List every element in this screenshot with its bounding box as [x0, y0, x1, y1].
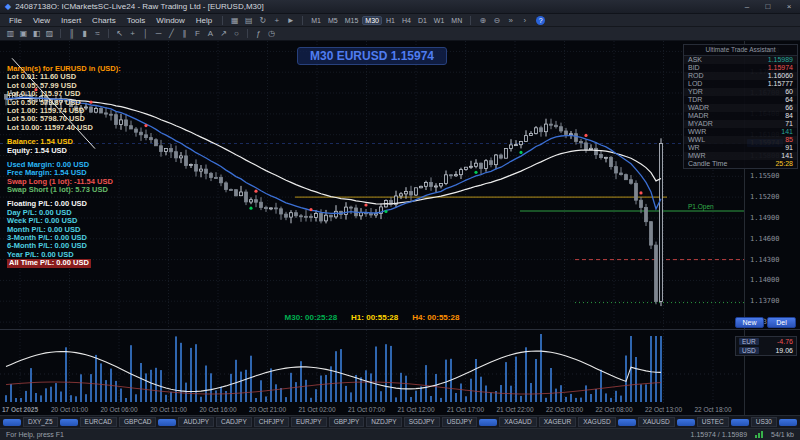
restore-button[interactable]: □: [762, 2, 774, 11]
vertical-line-icon[interactable]: │: [139, 29, 152, 38]
cursor-icon[interactable]: ↖: [113, 29, 126, 38]
tabbar-scroll-segment[interactable]: [3, 419, 21, 426]
margin-panel: Margin(s) for EURUSD in (USD):Lot 0.01: …: [7, 65, 121, 268]
chart-tab-xauusd[interactable]: XAUUSD: [638, 417, 675, 427]
menu-bar: File View Insert Charts Tools Window Hel…: [0, 14, 800, 27]
auto-scroll-icon[interactable]: »: [504, 16, 517, 25]
chart-tab-chfjpy[interactable]: CHFJPY: [254, 417, 289, 427]
time-axis[interactable]: 17 Oct 202520 Oct 01:0020 Oct 06:0020 Oc…: [0, 405, 744, 415]
tabbar-scroll-segment[interactable]: [479, 419, 497, 426]
chart-area: P1.Open M30 EURUSD 1.15974 Margin(s) for…: [0, 41, 800, 415]
menu-help[interactable]: Help: [191, 16, 217, 25]
period-h4[interactable]: H4: [399, 16, 414, 25]
period-m15[interactable]: M15: [342, 16, 362, 25]
tabbar-scroll-segment[interactable]: [779, 419, 797, 426]
time-label: 21 Oct 12:00: [397, 406, 434, 413]
status-traffic: 54/1 kb: [771, 431, 794, 438]
uta-row: YDR60: [684, 88, 797, 96]
chart-tab-gbpcad[interactable]: GBPCAD: [119, 417, 156, 427]
period-m5[interactable]: M5: [325, 16, 341, 25]
new-order-icon[interactable]: +: [270, 16, 283, 25]
chart-tab-xageur[interactable]: XAGEUR: [539, 417, 576, 427]
data-window-icon[interactable]: ▣: [17, 29, 30, 38]
fibonacci-icon[interactable]: F: [191, 29, 204, 38]
shapes-tool-icon[interactable]: ○: [230, 29, 243, 38]
candles-chart-icon[interactable]: ▮: [78, 29, 91, 38]
period-h1[interactable]: H1: [383, 16, 398, 25]
period-d1[interactable]: D1: [415, 16, 430, 25]
tabbar-scroll-segment[interactable]: [618, 419, 636, 426]
channel-icon[interactable]: ∥: [178, 29, 191, 38]
arrows-tool-icon[interactable]: ↗: [217, 29, 230, 38]
uta-row: MADR84: [684, 112, 797, 120]
text-tool-icon[interactable]: A: [204, 29, 217, 38]
new-chart-icon[interactable]: ▦: [228, 16, 241, 25]
margin-line: Swap Short (1 lot): 5.73 USD: [7, 186, 121, 194]
alarm-icon[interactable]: ◷: [265, 29, 278, 38]
tabbar-scroll-segment[interactable]: [158, 419, 176, 426]
chart-tab-cadjpy[interactable]: CADJPY: [216, 417, 252, 427]
refresh-icon[interactable]: ↻: [256, 16, 269, 25]
chart-tab-usdjpy[interactable]: USDJPY: [442, 417, 478, 427]
line-chart-icon[interactable]: ≈: [91, 29, 104, 38]
menu-file[interactable]: File: [4, 16, 27, 25]
price-tick-label: 1.15200: [750, 193, 780, 201]
period-m30[interactable]: M30: [362, 16, 382, 25]
indicators-icon[interactable]: ƒ: [252, 29, 265, 38]
delete-order-button[interactable]: Del: [767, 317, 796, 328]
uta-row: WWR141: [684, 128, 797, 136]
uta-row: MWR141: [684, 152, 797, 160]
bars-chart-icon[interactable]: ║: [65, 29, 78, 38]
status-help-text: For Help, press F1: [6, 431, 64, 438]
chart-tab-xagusd[interactable]: XAGUSD: [578, 417, 615, 427]
trendline-icon[interactable]: ╱: [165, 29, 178, 38]
zoom-out-icon[interactable]: ⊖: [490, 16, 503, 25]
chart-tab-eurcad[interactable]: EURCAD: [80, 417, 117, 427]
title-bar: ◆ 24087138O: ICMarketsSC-Live24 - Raw Tr…: [0, 0, 800, 14]
navigator-icon[interactable]: ◧: [30, 29, 43, 38]
status-quote: 1.15974 / 1.15989: [691, 431, 747, 438]
toolbar-separator: [302, 16, 303, 25]
menu-window[interactable]: Window: [151, 16, 189, 25]
toolbar-separator: [470, 16, 471, 25]
toolbar-separator: [222, 16, 223, 25]
period-w1[interactable]: W1: [431, 16, 448, 25]
minimize-button[interactable]: –: [741, 2, 753, 11]
menu-insert[interactable]: Insert: [56, 16, 86, 25]
chart-tab-eurjpy[interactable]: EURJPY: [291, 417, 327, 427]
chart-tab-xagaud[interactable]: XAGAUD: [499, 417, 536, 427]
period-mn[interactable]: MN: [448, 16, 465, 25]
time-label: 17 Oct 2025: [2, 406, 38, 413]
chart-tab-audjpy[interactable]: AUDJPY: [178, 417, 214, 427]
close-button[interactable]: ×: [783, 2, 795, 11]
chart-shift-icon[interactable]: ›: [518, 16, 531, 25]
time-label: 20 Oct 01:00: [51, 406, 88, 413]
chart-tab-gbpjpy[interactable]: GBPJPY: [329, 417, 365, 427]
time-label: 21 Oct 22:00: [496, 406, 533, 413]
menu-tools[interactable]: Tools: [122, 16, 151, 25]
chart-tab-us30[interactable]: US30: [751, 417, 777, 427]
help-icon[interactable]: ?: [536, 16, 545, 25]
mt-terminal-window: ◆ 24087138O: ICMarketsSC-Live24 - Raw Tr…: [0, 0, 800, 440]
chart-tab-dxy_z5[interactable]: DXY_Z5: [23, 417, 58, 427]
chart-tab-sgdjpy[interactable]: SGDJPY: [404, 417, 440, 427]
indicator-subwindow-canvas[interactable]: [0, 329, 744, 404]
new-order-button[interactable]: New: [735, 317, 764, 328]
period-m1[interactable]: M1: [308, 16, 324, 25]
chart-tab-ustec[interactable]: USTEC: [697, 417, 729, 427]
tabbar-scroll-segment[interactable]: [60, 419, 78, 426]
zoom-in-icon[interactable]: ⊕: [476, 16, 489, 25]
market-watch-icon[interactable]: ▥: [4, 29, 17, 38]
chart-tab-nzdjpy[interactable]: NZDJPY: [366, 417, 401, 427]
menu-view[interactable]: View: [28, 16, 55, 25]
profiles-icon[interactable]: ▤: [242, 16, 255, 25]
toolbox-icon[interactable]: ▨: [43, 29, 56, 38]
crosshair-icon[interactable]: +: [126, 29, 139, 38]
menu-charts[interactable]: Charts: [87, 16, 121, 25]
tabbar-scroll-segment[interactable]: [677, 419, 695, 426]
tabbar-scroll-segment[interactable]: [731, 419, 749, 426]
uta-row: MYADR71: [684, 120, 797, 128]
algo-trading-icon[interactable]: ►: [284, 16, 297, 25]
timer-label: H1: 00:55:28: [351, 313, 398, 322]
horizontal-line-icon[interactable]: ─: [152, 29, 165, 38]
